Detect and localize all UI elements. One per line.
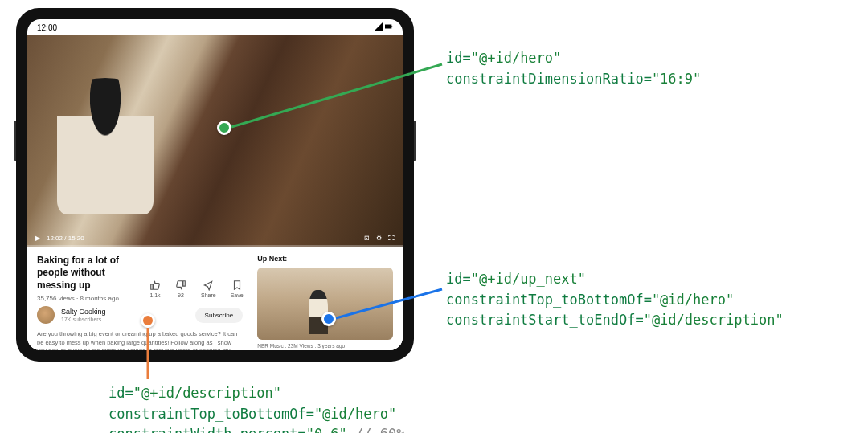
annotation-hero: id="@+id/hero" constraintDimensionRatio=…	[446, 48, 701, 89]
video-controls: ▶ 12:02 / 15:20 ⊡ ⚙ ⛶	[27, 235, 403, 242]
screen: 12:00 ▶ 12:02 / 15:20 ⊡ ⚙ ⛶ Baki	[27, 19, 403, 350]
channel-info[interactable]: Salty Cooking 17K subscribers	[61, 308, 189, 323]
svg-rect-2	[391, 26, 392, 27]
channel-name: Salty Cooking	[61, 308, 189, 317]
hero-video[interactable]: ▶ 12:02 / 15:20 ⊡ ⚙ ⛶	[27, 35, 403, 247]
svg-marker-0	[375, 22, 383, 31]
marker-upnext	[321, 312, 336, 326]
upnext-meta: NBR Music . 23M Views . 3 years ago	[257, 343, 393, 349]
like-button[interactable]: 1.1k	[149, 280, 161, 298]
share-button[interactable]: Share	[201, 280, 216, 298]
upnext-label: Up Next:	[257, 255, 393, 263]
avatar[interactable]	[37, 306, 55, 324]
channel-subs: 17K subscribers	[61, 317, 189, 323]
marker-hero	[217, 121, 231, 135]
upnext-thumbnail[interactable]	[257, 268, 393, 340]
description-panel: Baking for a lot of people without messi…	[27, 247, 252, 350]
annotation-description: id="@+id/description" constraintTop_toBo…	[108, 383, 404, 433]
hero-person	[57, 78, 154, 214]
video-timecode: 12:02 / 15:20	[47, 235, 84, 242]
status-bar: 12:00	[27, 19, 403, 35]
status-icons	[375, 22, 393, 32]
share-icon	[203, 280, 214, 291]
dislike-button[interactable]: 92	[175, 280, 186, 298]
save-button[interactable]: Save	[231, 280, 244, 298]
settings-icon[interactable]: ⚙	[376, 235, 382, 242]
signal-icon	[375, 22, 383, 31]
video-meta: 35,756 views · 8 months ago	[37, 295, 141, 302]
thumbs-up-icon	[149, 280, 161, 291]
video-progress[interactable]	[27, 245, 403, 247]
tablet-frame: 12:00 ▶ 12:02 / 15:20 ⊡ ⚙ ⛶ Baki	[16, 8, 414, 362]
play-icon[interactable]: ▶	[35, 235, 40, 242]
upnext-panel: Up Next: NBR Music . 23M Views . 3 years…	[252, 247, 403, 350]
thumbs-down-icon	[175, 280, 186, 291]
fullscreen-icon[interactable]: ⛶	[388, 235, 395, 242]
battery-icon	[385, 22, 393, 31]
description-text: Are you throwing a big event or dreaming…	[37, 330, 243, 350]
video-title: Baking for a lot of people without messi…	[37, 255, 141, 292]
svg-rect-1	[385, 25, 391, 29]
cc-icon[interactable]: ⊡	[364, 235, 370, 242]
status-time: 12:00	[37, 23, 57, 32]
bottom-area: Baking for a lot of people without messi…	[27, 247, 403, 350]
subscribe-button[interactable]: Subscribe	[195, 308, 244, 323]
annotation-upnext: id="@+id/up_next" constraintTop_toBottom…	[446, 269, 784, 331]
bookmark-icon	[231, 280, 243, 291]
marker-description	[141, 313, 155, 328]
